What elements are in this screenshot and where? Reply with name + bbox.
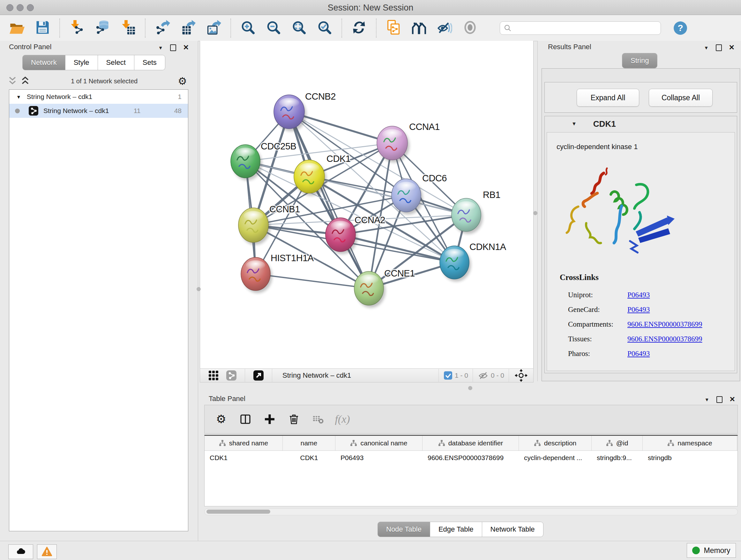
network-graph[interactable]: CCNB2CCNA1CDC25BCDK1CDC6RB1CCNB1CCNA2CDK… [200,41,533,368]
bottom-splitter-handle[interactable] [468,386,472,390]
crosslink-link[interactable]: P06493 [627,291,650,299]
panel-collapse-icon[interactable]: ▼ [158,45,163,51]
crosslink-link[interactable]: P06493 [627,306,650,314]
network-row[interactable]: String Network – cdk1 11 48 [9,104,188,118]
node-section-header[interactable]: ▼ CDK1 [545,116,737,132]
node-CCNA1[interactable] [377,126,409,163]
column-header-sharedname[interactable]: shared name [205,436,283,450]
delete-table-button[interactable] [312,413,325,426]
column-header-id[interactable]: @id [592,436,643,450]
add-column-button[interactable] [263,413,276,426]
network-options-gear-icon[interactable]: ⚙ [178,76,187,86]
export-image-button[interactable] [205,20,221,36]
tab-style[interactable]: Style [65,55,98,70]
crosslink-link[interactable]: P06493 [627,350,650,358]
column-visibility-button[interactable] [239,413,252,426]
collapse-all-button[interactable]: Collapse All [649,89,713,107]
search-input[interactable] [514,23,657,33]
node-HIST1H1A[interactable] [241,257,272,293]
cell-databaseidentifier[interactable]: 9606.ENSP00000378699 [422,451,519,465]
tab-network[interactable]: Network [22,55,65,70]
memory-button[interactable]: Memory [687,543,736,558]
panel-collapse-icon[interactable]: ▼ [704,45,709,51]
import-network-database-button[interactable] [94,20,111,36]
duplicate-network-button[interactable] [386,20,401,36]
save-session-button[interactable] [35,20,51,36]
node-CDC25B[interactable] [231,145,262,180]
tab-select[interactable]: Select [98,55,134,70]
node-CDK1[interactable] [294,160,327,196]
export-network-button[interactable] [154,20,171,36]
delete-column-button[interactable] [287,413,300,426]
node-CCNE1[interactable] [354,271,386,308]
left-splitter-handle[interactable] [197,287,201,291]
section-expander-icon[interactable]: ▼ [571,121,577,127]
tab-node-table[interactable]: Node Table [378,522,430,537]
edge-HIST1H1A-CCNE1[interactable] [256,274,369,288]
help-button[interactable]: ? [673,21,688,36]
expand-all-networks-icon[interactable] [20,75,30,87]
zoom-in-button[interactable] [240,20,256,36]
column-header-databaseidentifier[interactable]: database identifier [422,436,519,450]
open-in-window-icon[interactable] [253,370,264,381]
zoom-out-button[interactable] [266,20,281,36]
table-gear-button[interactable]: ⚙ [215,413,227,426]
panel-float-icon[interactable] [716,44,722,51]
selected-checkbox-icon[interactable] [444,371,452,380]
search-box[interactable] [500,21,661,35]
node-description: cyclin-dependent kinase 1 [556,143,637,151]
panel-close-icon[interactable]: ✕ [730,396,735,403]
cell-canonicalname[interactable]: P06493 [335,451,422,465]
cell-name[interactable]: CDK1 [283,451,335,465]
node-table[interactable]: shared namenamecanonical namedatabase id… [204,435,738,506]
network-canvas[interactable]: CCNB2CCNA1CDC25BCDK1CDC6RB1CCNB1CCNA2CDK… [200,41,534,368]
node-RB1[interactable] [452,198,483,234]
function-builder-button[interactable]: f(x) [336,413,349,426]
tab-network-table[interactable]: Network Table [482,522,543,537]
table-row[interactable]: CDK1CDK1P064939606.ENSP00000378699cyclin… [205,451,738,465]
column-header-name[interactable]: name [283,436,335,450]
tab-sets[interactable]: Sets [134,55,165,70]
warnings-button[interactable] [37,544,57,559]
zoom-fit-button[interactable] [291,20,307,36]
table-horizontal-scrollbar[interactable] [204,508,738,515]
birds-eye-view-icon[interactable] [208,370,219,381]
import-network-database-icon [95,20,110,36]
fit-content-move-icon[interactable] [515,369,528,382]
import-network-file-button[interactable] [69,20,85,36]
right-splitter-handle[interactable] [533,211,537,215]
column-header-description[interactable]: description [519,436,592,450]
import-table-button[interactable] [120,20,136,36]
cloud-icon [15,546,26,557]
export-table-button[interactable] [180,20,196,36]
cell-sharedname[interactable]: CDK1 [205,451,283,465]
open-session-button[interactable] [9,20,25,36]
node-CDKN1A[interactable] [440,246,471,282]
cell-id[interactable]: stringdb:9... [592,451,643,465]
panel-float-icon[interactable] [717,396,723,403]
collapse-all-networks-icon[interactable] [7,75,18,87]
node-CCNB2[interactable] [274,95,307,131]
show-all-button[interactable] [462,20,478,36]
collection-expander-icon[interactable]: ▼ [16,94,21,100]
refresh-layout-button[interactable] [351,20,367,36]
panel-collapse-icon[interactable]: ▼ [704,397,710,402]
cell-namespace[interactable]: stringdb [643,451,737,465]
first-neighbors-button[interactable] [411,20,427,36]
tab-string[interactable]: String [622,53,657,68]
crosslink-link[interactable]: 9606.ENSP00000378699 [627,320,702,328]
panel-close-icon[interactable]: ✕ [729,44,735,51]
network-collection-row[interactable]: ▼ String Network – cdk1 1 [9,90,188,104]
hide-selected-button[interactable] [436,20,453,36]
crosslink-link[interactable]: 9606.ENSP00000378699 [627,335,702,343]
column-header-namespace[interactable]: namespace [643,436,737,450]
cell-description[interactable]: cyclin-dependent ... [519,451,592,465]
panel-close-icon[interactable]: ✕ [183,44,189,51]
panel-float-icon[interactable] [170,44,176,51]
expand-all-button[interactable]: Expand All [577,89,639,107]
zoom-selected-button[interactable] [317,20,333,36]
scrollbar-thumb[interactable] [206,509,270,514]
tab-edge-table[interactable]: Edge Table [430,522,482,537]
column-header-canonicalname[interactable]: canonical name [335,436,422,450]
cloud-button[interactable] [8,544,33,559]
